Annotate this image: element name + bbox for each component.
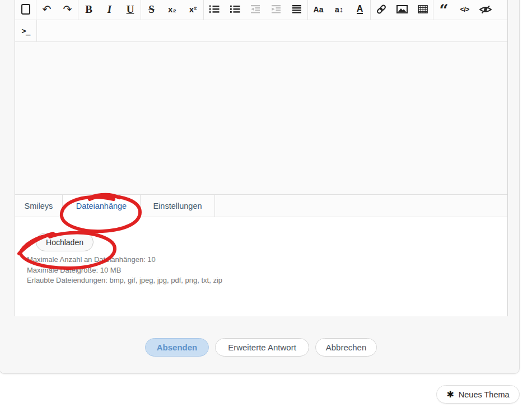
quote-icon: “ <box>439 8 448 17</box>
superscript-icon: x² <box>189 4 197 14</box>
toolbar-outdent-button[interactable] <box>245 0 266 20</box>
tab-dateianhaenge-label: Dateianhänge <box>76 202 127 210</box>
tab-smileys-label: Smileys <box>25 202 53 210</box>
attachment-rule-max-size: Maximale Dateigröße: 10 MB <box>27 265 222 276</box>
undo-icon: ↶ <box>43 4 52 15</box>
ordered-list-icon <box>209 5 220 13</box>
reply-form-container: ↶ ↷ B I U S x₂ x² <box>0 0 520 374</box>
eye-slash-icon <box>479 5 492 14</box>
toolbar-table-button[interactable] <box>412 0 433 20</box>
tab-bar-filler <box>215 195 507 217</box>
toolbar-quote-button[interactable]: “ <box>433 0 454 20</box>
italic-icon: I <box>108 3 111 16</box>
new-topic-button-label: Neues Thema <box>459 390 510 399</box>
table-icon <box>418 5 428 13</box>
cancel-button[interactable]: Abbrechen <box>315 338 377 357</box>
toolbar-redo-button[interactable]: ↷ <box>57 0 78 20</box>
toolbar-terminal-button[interactable]: >_ <box>15 20 36 41</box>
extended-reply-button-label: Erweiterte Antwort <box>228 343 296 352</box>
toolbar-unordered-list-button[interactable] <box>225 0 245 20</box>
toolbar-divider <box>36 20 37 41</box>
alignment-icon <box>292 5 302 13</box>
font-family-icon: Aa <box>314 5 324 14</box>
tab-smileys[interactable]: Smileys <box>15 195 63 217</box>
submit-button[interactable]: Absenden <box>145 338 209 357</box>
strikethrough-icon: S <box>148 3 155 16</box>
toolbar-alignment-button[interactable] <box>287 0 307 20</box>
font-color-icon: A <box>357 4 363 14</box>
toolbar-bold-button[interactable]: B <box>78 0 99 20</box>
redo-icon: ↷ <box>63 4 72 15</box>
attachments-panel: Hochladen Maximale Anzahl an Dateianhäng… <box>15 217 507 316</box>
subscript-icon: x₂ <box>168 4 176 14</box>
editor-content[interactable] <box>15 42 507 194</box>
attachment-rules: Maximale Anzahl an Dateianhängen: 10 Max… <box>27 255 222 286</box>
link-icon <box>376 4 387 14</box>
attachment-rule-max-count: Maximale Anzahl an Dateianhängen: 10 <box>27 255 222 265</box>
editor-toolbar-row1: ↶ ↷ B I U S x₂ x² <box>15 0 507 20</box>
tab-einstellungen-label: Einstellungen <box>153 202 202 210</box>
toolbar-superscript-button[interactable]: x² <box>183 0 203 20</box>
toolbar-spoiler-button[interactable] <box>475 0 496 20</box>
toolbar-underline-button[interactable]: U <box>120 0 141 20</box>
cancel-button-label: Abbrechen <box>326 343 367 352</box>
block-format-icon <box>21 4 30 15</box>
toolbar-subscript-button[interactable]: x₂ <box>162 0 183 20</box>
tab-einstellungen[interactable]: Einstellungen <box>141 195 215 217</box>
image-icon <box>396 5 408 13</box>
unordered-list-icon <box>230 5 240 13</box>
asterisk-icon: ✱ <box>446 390 454 399</box>
toolbar-link-button[interactable] <box>371 0 391 20</box>
toolbar-code-button[interactable]: </> <box>454 0 475 20</box>
toolbar-undo-button[interactable]: ↶ <box>36 0 57 20</box>
toolbar-image-button[interactable] <box>391 0 412 20</box>
toolbar-font-color-button[interactable]: A <box>349 0 370 20</box>
form-button-row: Absenden Erweiterte Antwort Abbrechen <box>0 338 522 357</box>
toolbar-strikethrough-button[interactable]: S <box>141 0 162 20</box>
outdent-icon <box>251 5 260 13</box>
toolbar-ordered-list-button[interactable] <box>204 0 225 20</box>
toolbar-font-size-button[interactable]: a↕ <box>329 0 349 20</box>
underline-icon: U <box>127 3 134 16</box>
bold-icon: B <box>85 3 92 16</box>
upload-button[interactable]: Hochladen <box>36 233 94 251</box>
toolbar-font-family-button[interactable]: Aa <box>308 0 329 20</box>
extended-reply-button[interactable]: Erweiterte Antwort <box>215 338 309 357</box>
toolbar-italic-button[interactable]: I <box>99 0 120 20</box>
toolbar-indent-button[interactable] <box>266 0 287 20</box>
tab-dateianhaenge[interactable]: Dateianhänge <box>63 195 141 217</box>
new-topic-button[interactable]: ✱ Neues Thema <box>436 385 520 404</box>
editor-tab-bar: Smileys Dateianhänge Einstellungen <box>15 194 507 217</box>
attachment-rule-extensions: Erlaubte Dateiendungen: bmp, gif, jpeg, … <box>27 275 222 286</box>
terminal-icon: >_ <box>22 26 30 35</box>
wysiwyg-editor: ↶ ↷ B I U S x₂ x² <box>15 0 508 316</box>
upload-button-label: Hochladen <box>46 238 83 247</box>
submit-button-label: Absenden <box>157 343 198 352</box>
font-size-icon: a↕ <box>335 5 343 14</box>
toolbar-block-format-button[interactable] <box>15 0 36 20</box>
indent-icon <box>272 5 281 13</box>
editor-toolbar-row2: >_ <box>15 20 507 42</box>
code-icon: </> <box>460 5 469 13</box>
